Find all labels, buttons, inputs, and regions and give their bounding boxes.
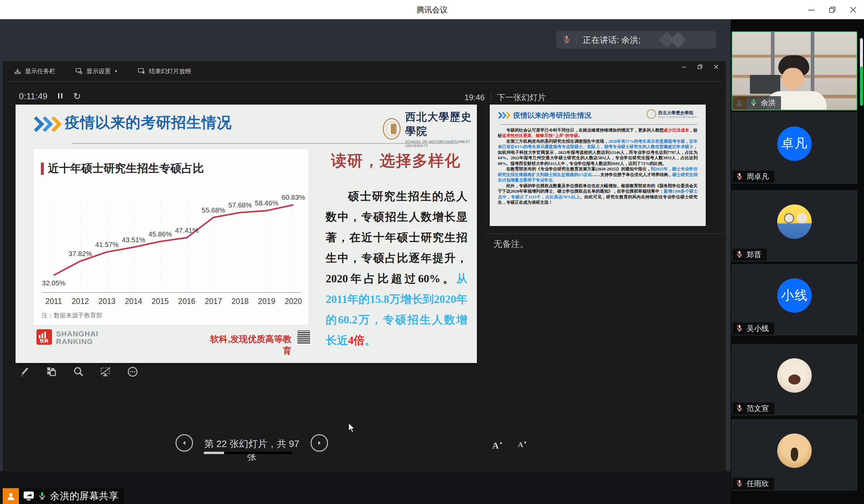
preview-slide-title: 疫情以来的考研招生情况 xyxy=(513,111,591,120)
participant-name: 周卓凡 xyxy=(746,172,769,182)
dropdown-arrow-icon: ▼ xyxy=(114,69,118,73)
red-accent-bar xyxy=(41,163,44,175)
avatar xyxy=(777,358,812,393)
previous-slide-button[interactable] xyxy=(176,434,193,452)
svg-text:2017: 2017 xyxy=(205,297,222,306)
shangke-slogan: 软科,发现优质高等教育 xyxy=(205,333,291,357)
avatar xyxy=(777,433,812,468)
shangke-brand-text: SHANGHAI RANKING xyxy=(56,330,98,345)
taskbar-icon xyxy=(13,67,22,75)
university-emblem-icon xyxy=(383,118,400,140)
minimize-icon[interactable] xyxy=(807,5,816,14)
svg-text:2014: 2014 xyxy=(125,297,142,306)
svg-text:37.82%: 37.82% xyxy=(69,250,92,257)
participant-tile[interactable]: 郑晋 xyxy=(732,190,857,261)
mic-muted-icon xyxy=(562,35,571,45)
end-slideshow-icon xyxy=(137,67,145,75)
scrollbar-thumb[interactable] xyxy=(860,66,863,106)
divider xyxy=(491,93,491,102)
slide-right-heading: 读研，选择多样化 xyxy=(326,150,466,171)
slide-sorter-icon[interactable] xyxy=(46,366,57,378)
more-options-icon[interactable] xyxy=(127,366,139,378)
current-time: 19:46 xyxy=(456,93,485,102)
avatar xyxy=(777,205,812,239)
mic-muted-icon xyxy=(736,172,743,182)
font-increase-button[interactable]: A▲ xyxy=(492,440,503,451)
svg-text:2019: 2019 xyxy=(258,297,275,306)
sidebar-scrollbar[interactable] xyxy=(860,38,863,106)
slide-progress-bar[interactable] xyxy=(204,452,292,454)
svg-text:41.57%: 41.57% xyxy=(95,241,119,248)
ppt-restore-icon[interactable] xyxy=(696,63,704,71)
participant-tile[interactable]: 范文宣 xyxy=(732,344,857,415)
preview-title-underline xyxy=(501,124,698,125)
show-taskbar-button[interactable]: 显示任务栏 xyxy=(13,67,55,75)
share-banner-label: 余洪的屏幕共享 xyxy=(50,490,119,503)
pause-timer-icon[interactable] xyxy=(57,92,64,101)
close-icon[interactable] xyxy=(849,5,858,14)
ppt-toolbar: 显示任务栏 显示设置 ▼ 结束幻灯片放映 xyxy=(13,65,191,77)
slide-navigation: 第 22 张幻灯片，共 97 张 xyxy=(176,434,328,458)
qr-code xyxy=(297,330,311,344)
mic-muted-icon xyxy=(736,404,743,413)
svg-text:2018: 2018 xyxy=(231,297,249,306)
meeting-logo-watermark xyxy=(655,33,705,47)
black-screen-icon[interactable] xyxy=(100,366,111,378)
preview-slide-body: 专硕的社会认可度早已今时不同往日，在就业难度持续增加的情况下，更多的人都想减少沉… xyxy=(498,127,698,206)
restore-icon[interactable] xyxy=(828,5,837,14)
svg-text:2016: 2016 xyxy=(178,297,195,306)
mic-muted-icon xyxy=(736,250,743,259)
end-slideshow-button[interactable]: 结束幻灯片放映 xyxy=(137,67,191,75)
participants-sidebar: 余洪 卓凡 周卓凡 郑晋 小线 xyxy=(731,19,864,504)
participant-name: 范文宣 xyxy=(746,404,769,414)
pen-tool-icon[interactable] xyxy=(19,366,31,378)
slide-position-label: 第 22 张幻灯片，共 97 张 xyxy=(199,438,304,463)
participant-tile[interactable]: 卓凡 周卓凡 xyxy=(732,112,857,184)
app-title: 腾讯会议 xyxy=(0,5,864,15)
slide-right-body: 硕士研究生招生的总人数中，专硕招生人数增长显著，在近十年硕士研究生招生中，专硕占… xyxy=(326,186,467,351)
mic-muted-icon xyxy=(736,479,743,489)
annotation-toolbar xyxy=(19,366,139,378)
chevron-decoration xyxy=(33,115,63,133)
sharer-badge-icon xyxy=(3,488,19,504)
next-slide-button[interactable] xyxy=(311,434,328,452)
svg-text:2012: 2012 xyxy=(72,297,89,306)
svg-text:32.05%: 32.05% xyxy=(42,279,65,287)
mic-on-icon xyxy=(750,98,757,108)
participant-tile[interactable]: 小线 吴小线 xyxy=(732,264,857,335)
divider xyxy=(576,35,577,45)
ppt-minimize-icon[interactable] xyxy=(680,63,687,71)
participant-name: 任雨欣 xyxy=(746,479,769,489)
display-settings-button[interactable]: 显示设置 ▼ xyxy=(75,67,118,75)
tencent-meeting-window: 腾讯会议 正在讲话: 余洪; xyxy=(0,0,864,504)
chart-title: 近十年硕士研究生招生专硕占比 xyxy=(48,161,204,176)
participant-name: 余洪 xyxy=(761,98,776,108)
slideshow-timer: 0:11:49 xyxy=(19,91,48,101)
speaking-status-bar: 正在讲话: 余洪; xyxy=(556,31,716,49)
title-underline xyxy=(72,143,458,144)
svg-text:2015: 2015 xyxy=(152,297,169,306)
university-logo: 西北大學歷史學院 SCHOOL OF HISTORY,NORTHWEST UNI… xyxy=(383,110,477,148)
next-slide-preview[interactable]: 疫情以来的考研招生情况 西北大學歷史學院 SCHOOL OF HISTORY,N… xyxy=(490,105,706,226)
chevron-decoration xyxy=(498,111,511,120)
svg-text:47.41%: 47.41% xyxy=(175,226,199,234)
screen-share-banner: 余洪的屏幕共享 xyxy=(3,488,124,504)
slide-title: 疫情以来的考研招生情况 xyxy=(65,113,232,133)
next-slide-label: 下一张幻灯片 xyxy=(497,92,546,103)
zoom-tool-icon[interactable] xyxy=(73,366,84,378)
font-decrease-button[interactable]: A▼ xyxy=(518,440,527,451)
university-emblem-icon xyxy=(647,109,656,119)
participant-tile[interactable]: 任雨欣 xyxy=(732,419,857,491)
avatar: 小线 xyxy=(777,278,812,313)
svg-text:55.68%: 55.68% xyxy=(202,206,226,214)
svg-text:60.83%: 60.83% xyxy=(281,193,305,201)
avatar: 卓凡 xyxy=(777,126,812,161)
participant-name: 郑晋 xyxy=(746,250,761,260)
svg-text:2020: 2020 xyxy=(285,297,302,306)
current-slide: 疫情以来的考研招生情况 西北大學歷史學院 SCHOOL OF HISTORY,N… xyxy=(15,105,477,363)
reset-timer-icon[interactable]: ↻ xyxy=(73,91,81,102)
participant-tile-video[interactable]: 余洪 xyxy=(732,32,857,110)
app-titlebar: 腾讯会议 xyxy=(0,0,864,19)
ppt-close-icon[interactable] xyxy=(712,63,720,71)
slide-progress-fill xyxy=(204,452,224,454)
